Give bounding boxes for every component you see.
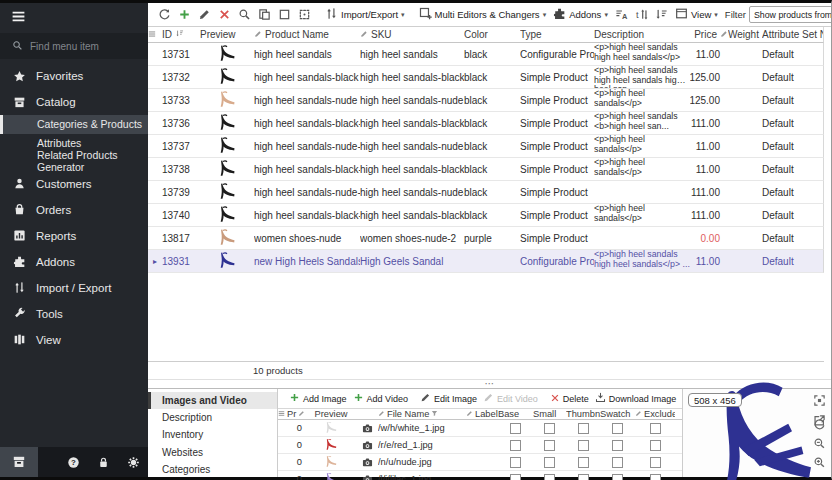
- grid-menu-icon[interactable]: [278, 409, 287, 419]
- column-header-thumbnail[interactable]: Thumbna: [566, 409, 600, 419]
- base-checkbox[interactable]: [510, 440, 521, 451]
- delete-product-icon[interactable]: [216, 6, 233, 23]
- download-image-button[interactable]: Download Image: [593, 390, 679, 407]
- thumbnail-checkbox[interactable]: [578, 423, 589, 434]
- rotate-icon[interactable]: [813, 418, 826, 431]
- media-row[interactable]: 0 /l/i/lilac_1.jpg: [278, 471, 682, 480]
- multi-editors-button[interactable]: Multi Editors & Changers▾: [417, 5, 549, 24]
- base-checkbox[interactable]: [510, 423, 521, 434]
- transliterate-icon[interactable]: t: [633, 6, 650, 23]
- menu-toggle-icon[interactable]: [11, 9, 26, 28]
- sidebar-item-reports[interactable]: Reports: [0, 223, 148, 249]
- help-icon[interactable]: ?: [58, 447, 88, 477]
- column-header-name[interactable]: Product Name: [254, 29, 360, 40]
- column-header-color[interactable]: Color: [464, 29, 520, 40]
- sidebar-item-categories-products[interactable]: Categories & Products: [0, 115, 148, 134]
- column-header-swatch[interactable]: Swatch: [600, 409, 635, 419]
- filter-select[interactable]: Show products from selected categories▾: [749, 6, 831, 23]
- column-header-exclude[interactable]: Exclude: [635, 409, 675, 419]
- tab-description[interactable]: Description: [148, 409, 277, 426]
- add-video-button[interactable]: Add Video: [351, 390, 410, 407]
- column-header-small[interactable]: Small: [533, 409, 566, 419]
- product-row-13737[interactable]: 13737 high heel sandals-nude-36 high hee…: [148, 135, 824, 158]
- sidebar-item-customers[interactable]: Customers: [0, 171, 148, 197]
- column-header-base[interactable]: Base: [498, 409, 533, 419]
- column-header-price[interactable]: Price: [690, 29, 728, 40]
- small-checkbox[interactable]: [544, 474, 555, 480]
- column-header-type[interactable]: Type: [520, 29, 594, 40]
- sidebar-item-orders[interactable]: Orders: [0, 197, 148, 223]
- sidebar-item-favorites[interactable]: Favorites: [0, 63, 148, 89]
- sort-az-icon[interactable]: A: [613, 6, 630, 23]
- exclude-checkbox[interactable]: [650, 440, 661, 451]
- lock-icon[interactable]: [88, 447, 118, 477]
- edit-product-icon[interactable]: [196, 6, 213, 23]
- edit-video-button[interactable]: Edit Video: [481, 390, 540, 407]
- delete-image-button[interactable]: Delete: [548, 391, 591, 407]
- product-row-13739[interactable]: 13739 high heel sandals-nude-37 high hee…: [148, 181, 824, 204]
- sidebar-item-tools[interactable]: Tools: [0, 301, 148, 327]
- actual-size-icon[interactable]: [813, 394, 826, 407]
- view-button[interactable]: View▾: [673, 5, 720, 24]
- refresh-icon[interactable]: [156, 6, 173, 23]
- select-icon[interactable]: [276, 6, 293, 23]
- column-header-attribute-set[interactable]: Attribute Set Name: [762, 29, 823, 40]
- paste-special-icon[interactable]: [296, 6, 313, 23]
- base-checkbox[interactable]: [510, 474, 521, 480]
- product-row-13931[interactable]: ▸ 13931 new High Heels Sandals High Geel…: [148, 250, 824, 273]
- column-header-preview[interactable]: Preview: [306, 409, 356, 419]
- small-checkbox[interactable]: [544, 423, 555, 434]
- column-header-preview[interactable]: Preview: [200, 29, 254, 40]
- tab-images-and-video[interactable]: Images and Video: [148, 392, 277, 409]
- thumbnail-checkbox[interactable]: [578, 457, 589, 468]
- column-header-weight[interactable]: Weight: [728, 29, 762, 40]
- column-header-label[interactable]: Label: [466, 409, 498, 419]
- swatch-checkbox[interactable]: [612, 474, 623, 480]
- tab-websites[interactable]: Websites: [148, 444, 277, 461]
- product-row-13733[interactable]: 13733 high heel sandals-nude high heel s…: [148, 89, 824, 112]
- zoom-in-icon[interactable]: [813, 456, 826, 469]
- gear-icon[interactable]: [118, 447, 148, 477]
- column-header-position[interactable]: Pr: [287, 409, 306, 419]
- addons-button[interactable]: Addons▾: [551, 5, 610, 24]
- column-header-id[interactable]: ID: [162, 29, 200, 40]
- sidebar-item-catalog[interactable]: Catalog: [0, 89, 148, 115]
- copy-icon[interactable]: [256, 6, 273, 23]
- edit-image-button[interactable]: Edit Image: [418, 390, 479, 407]
- exclude-checkbox[interactable]: [650, 457, 661, 468]
- swatch-checkbox[interactable]: [612, 440, 623, 451]
- menu-search-input[interactable]: Find menu item: [0, 33, 148, 59]
- sidebar-item-addons[interactable]: Addons: [0, 249, 148, 275]
- tab-inventory[interactable]: Inventory: [148, 426, 277, 443]
- product-row-13817[interactable]: 13817 women shoes-nude women shoes-nude-…: [148, 227, 824, 250]
- add-image-button[interactable]: Add Image: [287, 390, 349, 407]
- sidebar-item-related-products-generator[interactable]: Related Products Generator: [0, 152, 148, 171]
- column-header-sku[interactable]: SKU: [360, 29, 464, 40]
- thumbnail-checkbox[interactable]: [578, 440, 589, 451]
- store-icon[interactable]: [0, 447, 38, 477]
- thumbnail-checkbox[interactable]: [578, 474, 589, 480]
- small-checkbox[interactable]: [544, 440, 555, 451]
- add-product-icon[interactable]: [176, 6, 193, 23]
- base-checkbox[interactable]: [510, 457, 521, 468]
- search-products-icon[interactable]: [236, 6, 253, 23]
- media-row[interactable]: 0 /n/u/nude.jpg: [278, 454, 682, 471]
- product-row-13736[interactable]: 13736 high heel sandals-black-36 high he…: [148, 112, 824, 135]
- zoom-out-icon[interactable]: [813, 437, 826, 450]
- product-row-13732[interactable]: 13732 high heel sandals-black high heel …: [148, 66, 824, 89]
- media-row[interactable]: 0 /w/h/white_1.jpg: [278, 420, 682, 437]
- small-checkbox[interactable]: [544, 457, 555, 468]
- sidebar-item-import-export[interactable]: Import / Export: [0, 275, 148, 301]
- import-export-button[interactable]: Import/Export▾: [323, 5, 407, 24]
- media-row[interactable]: 0 /r/e/red_1.jpg: [278, 437, 682, 454]
- sort-order-icon[interactable]: [653, 6, 670, 23]
- product-row-13731[interactable]: 13731 high heel sandals high heel sandal…: [148, 43, 824, 66]
- product-row-13738[interactable]: 13738 high heel sandals-black-37 high he…: [148, 158, 824, 181]
- exclude-checkbox[interactable]: [650, 423, 661, 434]
- column-header-file-name[interactable]: File Name: [378, 409, 466, 419]
- product-row-13740[interactable]: 13740 high heel sandals-black-38 high he…: [148, 204, 824, 227]
- swatch-checkbox[interactable]: [612, 423, 623, 434]
- grid-menu-icon[interactable]: [148, 29, 162, 40]
- sidebar-item-view[interactable]: View: [0, 327, 148, 353]
- exclude-checkbox[interactable]: [650, 474, 661, 480]
